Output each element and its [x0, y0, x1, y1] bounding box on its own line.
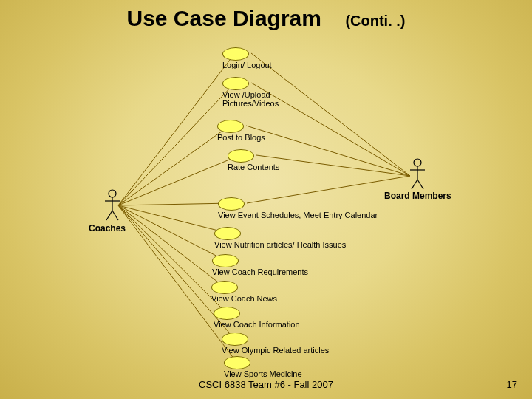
svg-line-0 [118, 53, 235, 205]
usecase-oval [214, 307, 240, 320]
usecase-label: View Event Schedules, Meet Entry Calenda… [218, 211, 378, 219]
page-subtitle: (Conti. .) [345, 13, 405, 29]
title-row: Use Case Diagram (Conti. .) [0, 6, 532, 31]
usecase-label: Login/ Logout [222, 61, 272, 69]
usecase-oval [224, 356, 250, 369]
usecase-oval [214, 227, 241, 240]
svg-line-2 [118, 126, 230, 205]
usecase-label: View Coach Requirements [212, 267, 308, 276]
usecase-oval [228, 149, 254, 163]
svg-point-21 [414, 159, 421, 166]
svg-line-24 [412, 180, 417, 189]
usecase-label: View Olympic Related articles [222, 346, 329, 355]
svg-line-5 [118, 205, 227, 233]
usecase-oval [212, 254, 239, 267]
svg-line-19 [106, 211, 112, 220]
usecase-label: View Coach Information [214, 320, 300, 329]
usecase-oval [218, 197, 245, 211]
svg-line-25 [417, 180, 423, 189]
actor-board-members-label: Board Members [384, 191, 451, 201]
svg-line-20 [112, 211, 118, 220]
page-title: Use Case Diagram [126, 6, 321, 30]
usecase-label: View /Upload Pictures/Videos [222, 90, 311, 108]
usecase-label: View Nutrition articles/ Health Issues [214, 240, 346, 249]
usecase-oval [222, 77, 249, 90]
svg-line-4 [118, 203, 231, 205]
svg-line-11 [251, 53, 410, 176]
svg-point-16 [109, 190, 116, 197]
page-number: 17 [507, 379, 517, 390]
usecase-oval [222, 47, 249, 61]
usecase-label: View Coach News [211, 294, 277, 303]
svg-line-7 [118, 205, 224, 287]
usecase-label: Post to Blogs [217, 133, 265, 142]
usecase-label: Rate Contents [228, 163, 279, 171]
svg-line-1 [118, 83, 235, 205]
usecase-label: View Sports Medicine [224, 369, 302, 378]
actor-coaches-label: Coaches [89, 223, 126, 233]
footer-text: CSCI 6838 Team #6 - Fall 2007 [0, 379, 532, 390]
usecase-oval [222, 332, 248, 346]
svg-line-8 [118, 205, 226, 313]
usecase-oval [211, 281, 238, 294]
connector-lines [0, 0, 532, 399]
svg-line-3 [118, 155, 240, 205]
svg-line-6 [118, 205, 225, 260]
usecase-oval [217, 120, 244, 133]
